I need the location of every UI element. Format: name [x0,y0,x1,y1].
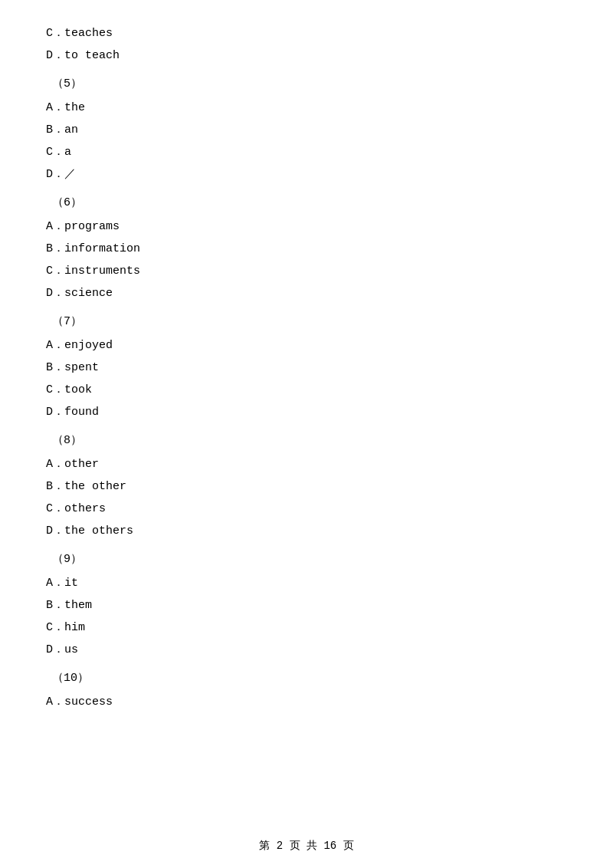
option-line: C．took [46,380,567,400]
option-line: C．others [46,498,567,519]
option-line: C．him [46,617,567,638]
option-line: A．it [46,573,567,593]
option-line: A．programs [46,216,567,237]
option-line: D．found [46,402,567,422]
section-number: （5） [52,74,567,94]
option-line: B．them [46,595,567,616]
option-line: D．us [46,639,567,660]
option-line: D．／ [46,164,567,185]
section-number: （9） [52,549,567,570]
main-content: C．teachesD．to teach（5）A．theB．anC．aD．／（6）… [0,0,613,760]
option-line: C．a [46,142,567,163]
page-footer: 第 2 页 共 16 页 [0,839,613,853]
section-number: （6） [52,192,567,213]
option-line: B．spent [46,357,567,378]
option-line: A．success [46,692,567,712]
option-line: B．the other [46,476,567,497]
option-line: B．information [46,238,567,259]
footer-text: 第 2 页 共 16 页 [259,840,353,852]
option-line: C．instruments [46,261,567,281]
option-line: D．science [46,283,567,304]
section-number: （8） [52,430,567,451]
section-number: （7） [52,311,567,332]
option-line: A．the [46,97,567,118]
option-line: D．the others [46,521,567,541]
option-line: C．teaches [46,23,567,44]
section-number: （10） [52,668,567,689]
option-line: A．enjoyed [46,335,567,356]
option-line: B．an [46,120,567,140]
option-line: A．other [46,454,567,475]
option-line: D．to teach [46,45,567,66]
